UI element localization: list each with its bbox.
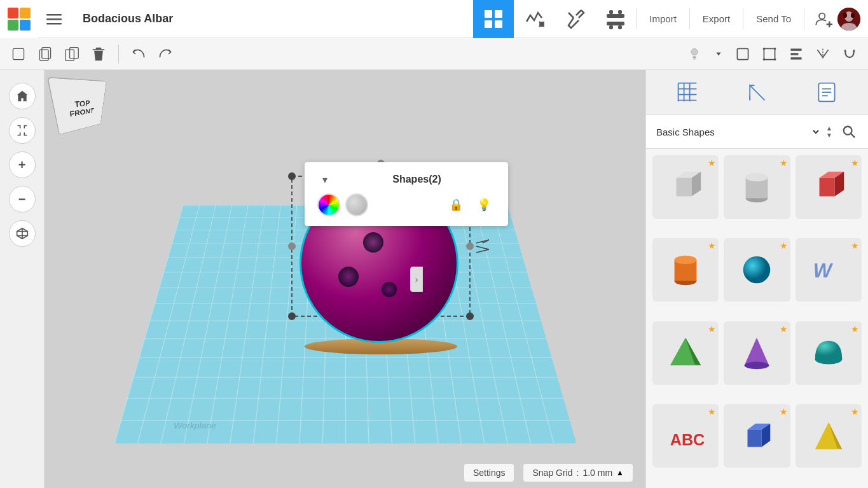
left-sidebar: + − (0, 70, 45, 488)
shape-img-pyramid-green (663, 331, 708, 375)
light-button[interactable] (682, 42, 706, 66)
svg-rect-2 (46, 23, 62, 25)
send-to-button[interactable]: Send To (743, 8, 804, 29)
shape-item-text-blue[interactable]: ★ W (796, 238, 862, 302)
tinkercad-logo[interactable] (0, 0, 38, 38)
export-button[interactable]: Export (690, 8, 743, 29)
shape-item-box-blue[interactable]: ★ (724, 404, 790, 468)
redo-button[interactable] (153, 42, 177, 66)
blocks-button[interactable] (595, 0, 636, 38)
logo-k (20, 20, 31, 31)
canvas-area[interactable]: TOP FRONT Workplane (45, 70, 645, 488)
3d-scene[interactable]: Workplane (45, 70, 645, 488)
nav-actions: Import Export Send To (636, 8, 804, 29)
mirror-button[interactable] (811, 42, 835, 66)
category-selector[interactable]: Basic Shapes (654, 126, 821, 138)
border-toggle-button[interactable] (757, 42, 782, 66)
magnet-button[interactable] (837, 42, 862, 66)
category-sort-arrows[interactable]: ▲ ▼ (826, 125, 832, 139)
shape-item-cone-purple[interactable]: ★ (724, 321, 790, 385)
svg-rect-21 (13, 48, 24, 59)
svg-marker-70 (677, 178, 692, 197)
shapes-popup-controls: 🔒 💡 (317, 193, 495, 216)
shape-item-cylinder-grey[interactable]: ★ (724, 155, 790, 219)
duplicate-button[interactable] (60, 42, 84, 66)
shape-item-box-grey[interactable]: ★ (652, 155, 719, 219)
tools-button[interactable] (555, 0, 595, 38)
grid-view-button[interactable] (473, 0, 514, 38)
project-name-label[interactable]: Bodacious Albar (70, 12, 473, 25)
svg-rect-8 (607, 14, 624, 18)
home-view-button[interactable] (9, 83, 36, 109)
sidebar-collapse-button[interactable]: › (410, 267, 423, 292)
shape-item-sphere-teal[interactable]: ★ (724, 238, 790, 302)
svg-point-81 (675, 256, 697, 265)
hole-material-button[interactable] (345, 193, 368, 216)
snap-grid-up-button[interactable]: ▲ (616, 468, 624, 477)
shape-img-box-red (806, 165, 851, 209)
svg-rect-39 (790, 57, 801, 59)
lightbulb-button[interactable]: 💡 (472, 193, 495, 216)
shape-toggle-button[interactable] (731, 42, 755, 66)
lock-button[interactable]: 🔒 (444, 193, 467, 216)
snap-grid-label: Snap Grid (532, 468, 572, 478)
main-content: + − TOP FRONT Workplan (0, 70, 868, 488)
logo-n (8, 20, 18, 31)
copy-button[interactable] (33, 42, 57, 66)
add-user-button[interactable] (811, 6, 836, 32)
svg-marker-86 (745, 337, 769, 365)
shape-star-cylinder-orange: ★ (708, 241, 716, 251)
fit-to-view-button[interactable] (9, 117, 36, 144)
hamburger-button[interactable] (38, 0, 70, 38)
shape-img-halfsphere-teal (806, 331, 851, 375)
shape-star-box-grey: ★ (708, 158, 716, 168)
svg-text:W: W (813, 260, 834, 282)
shape-item-pyramid-yellow[interactable]: ★ (796, 404, 862, 468)
shape-img-box-grey (663, 165, 708, 209)
svg-point-82 (743, 256, 771, 284)
shape-item-cylinder-orange[interactable]: ★ (652, 238, 719, 302)
svg-rect-38 (790, 53, 798, 55)
grid-panel-button[interactable] (672, 76, 703, 108)
finger-hole-2 (338, 267, 359, 287)
shape-search-button[interactable] (837, 120, 860, 143)
undo-button[interactable] (127, 42, 151, 66)
measure-panel-button[interactable] (741, 76, 773, 108)
settings-button[interactable]: Settings (464, 464, 514, 482)
shape-item-text-red[interactable]: ★ ABC (652, 404, 719, 468)
svg-rect-11 (607, 22, 624, 25)
svg-rect-29 (692, 56, 696, 58)
bottom-bar: Settings Snap Grid : 1.0 mm ▲ (464, 464, 633, 482)
shape-item-halfsphere-teal[interactable]: ★ (796, 321, 862, 385)
workplane-label: Workplane (173, 421, 216, 430)
sidebar-mode-icons (646, 70, 868, 115)
profile-avatar[interactable] (836, 6, 862, 32)
shape-img-pyramid-yellow (806, 414, 851, 458)
align-button[interactable] (784, 42, 808, 66)
svg-rect-22 (42, 47, 51, 58)
delete-button[interactable] (86, 42, 111, 66)
svg-point-28 (691, 48, 698, 55)
shape-star-box-red: ★ (851, 158, 859, 168)
zoom-out-button[interactable]: − (9, 186, 36, 213)
svg-point-20 (851, 13, 855, 18)
svg-rect-32 (764, 48, 775, 59)
color-wheel-button[interactable] (317, 193, 340, 216)
edit-toolbar (0, 38, 868, 70)
new-workplane-button[interactable] (6, 42, 31, 66)
snap-grid-separator: : (577, 468, 579, 478)
finger-hole-1 (363, 232, 383, 253)
snap-grid-control: Snap Grid : 1.0 mm ▲ (523, 464, 633, 482)
activity-button[interactable] (514, 0, 555, 38)
shapes-popup-chevron[interactable]: ▾ (317, 172, 333, 187)
perspective-button[interactable] (9, 220, 36, 247)
shape-img-text-red: ABC (663, 414, 708, 458)
zoom-in-button[interactable]: + (9, 151, 36, 178)
shape-item-pyramid-green[interactable]: ★ (652, 321, 719, 385)
notes-panel-button[interactable] (811, 76, 843, 108)
svg-rect-31 (737, 48, 748, 59)
shape-star-text-red: ★ (708, 407, 716, 417)
import-button[interactable]: Import (637, 8, 690, 29)
light-dropdown-button[interactable] (709, 42, 728, 66)
shape-item-box-red[interactable]: ★ (796, 155, 862, 219)
